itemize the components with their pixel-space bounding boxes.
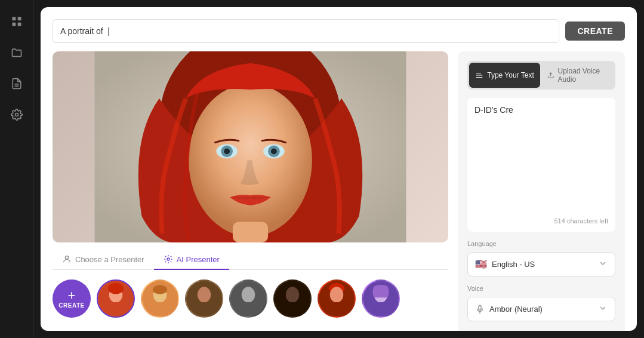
avatar-2[interactable] [141,279,179,318]
svg-rect-10 [233,222,268,242]
tab-choose-presenter[interactable]: Choose a Presenter [53,250,154,270]
avatar-7[interactable] [362,279,400,318]
create-top-button[interactable]: CREATE [565,21,625,41]
script-textarea[interactable]: D-ID's Cre [474,105,608,213]
voice-tabs: Type Your Text Upload Voice Audio [467,61,615,90]
voice-select[interactable]: Ambor (Neural) [467,297,615,321]
avatar-1[interactable] [97,279,135,318]
presenter-image [53,51,448,242]
top-bar: CREATE [53,19,625,43]
tab-ai-presenter[interactable]: AI Presenter [154,250,229,270]
upload-icon [547,71,554,79]
avatar-6[interactable] [318,279,356,318]
tab-type-text[interactable]: Type Your Text [469,63,540,88]
gear-icon[interactable] [7,105,26,124]
tab-choose-presenter-label: Choose a Presenter [75,255,144,264]
language-label: Language [467,240,615,247]
language-select[interactable]: 🇺🇸 English - US [467,252,615,276]
svg-point-26 [198,287,211,302]
char-count: 514 characters left [474,217,608,225]
svg-point-6 [15,113,18,116]
sidebar [0,0,33,338]
right-panel: Type Your Text Upload Voice Audio D-ID's… [458,51,625,331]
flag-icon: 🇺🇸 [475,259,487,270]
voice-style-label: Voice Style [467,330,615,331]
folder-icon[interactable] [7,43,26,62]
avatars-row: + CREATE [53,277,448,320]
portrait-svg [53,51,448,242]
type-text-label: Type Your Text [487,71,534,79]
voice-value: Ambor (Neural) [489,305,543,314]
grid-icon[interactable] [7,12,26,31]
avatar-add-label: CREATE [58,302,84,309]
type-icon [475,71,483,79]
tab-upload-audio[interactable]: Upload Voice Audio [543,63,614,88]
avatar-add-button[interactable]: + CREATE [53,279,91,318]
file-icon[interactable] [7,74,26,93]
microphone-icon [475,305,485,314]
language-field-group: Language 🇺🇸 English - US [467,240,615,276]
person-icon [62,254,72,264]
main-content: CREATE [41,7,637,331]
chevron-down-icon [598,259,608,270]
svg-point-21 [108,283,124,294]
svg-point-13 [224,148,230,154]
prompt-input-wrapper [53,19,559,43]
svg-point-24 [153,285,167,294]
voice-label: Voice [467,285,615,292]
svg-rect-1 [17,17,21,21]
upload-audio-label: Upload Voice Audio [558,67,609,84]
body-area: Choose a Presenter AI Presenter + CREATE [53,51,625,331]
svg-point-33 [330,287,344,302]
script-text-area-wrapper: D-ID's Cre 514 characters left [467,98,615,232]
avatar-3[interactable] [185,279,223,318]
svg-point-17 [65,256,68,259]
voice-chevron-down-icon [598,303,608,315]
tab-ai-presenter-label: AI Presenter [177,255,220,264]
svg-point-16 [271,148,277,154]
voice-style-field-group: Voice Style Cheerful [467,330,615,331]
svg-rect-3 [17,23,21,26]
prompt-input[interactable] [60,26,551,36]
svg-rect-0 [12,17,16,21]
svg-point-28 [242,287,255,302]
voice-field-group: Voice Ambor (Neural) [467,285,615,321]
plus-icon: + [68,289,76,302]
left-panel: Choose a Presenter AI Presenter + CREATE [53,51,448,331]
svg-rect-2 [12,23,16,26]
avatar-5[interactable] [273,279,312,318]
presenter-tabs: Choose a Presenter AI Presenter [53,250,448,270]
svg-point-18 [167,258,170,260]
svg-point-30 [286,287,300,302]
ai-icon [164,254,173,264]
app-container: CREATE [0,0,644,338]
language-value: English - US [492,260,535,269]
avatar-4[interactable] [229,279,267,318]
